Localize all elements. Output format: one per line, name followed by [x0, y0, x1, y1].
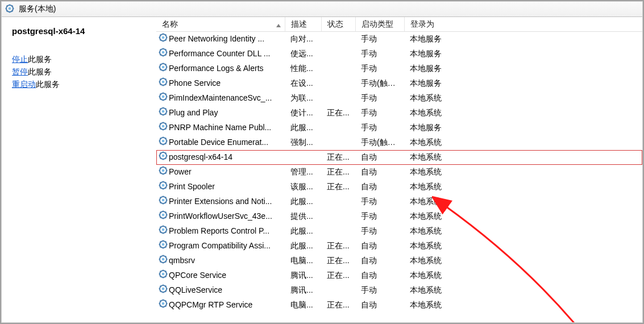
service-row[interactable]: postgresql-x64-14正在...自动本地系统 — [156, 150, 642, 165]
svg-point-131 — [162, 214, 165, 217]
side-action-link[interactable]: 暂停 — [12, 67, 28, 76]
service-state: 正在... — [321, 152, 355, 163]
service-row[interactable]: qmbsrv电脑...正在...自动本地系统 — [156, 254, 642, 268]
svg-point-21 — [162, 51, 165, 54]
service-row[interactable]: Phone Service在设...手动(触发...本地服务 — [156, 76, 642, 91]
service-name: Printer Extensions and Noti... — [169, 196, 272, 207]
service-state: 正在... — [321, 255, 355, 267]
services-window: 服务(本地) postgresql-x64-14 停止此服务暂停此服务重启动此服… — [0, 0, 644, 324]
service-logon: 本地系统 — [404, 107, 472, 119]
service-logon: 本地服务 — [404, 34, 472, 45]
svg-point-141 — [162, 229, 165, 231]
service-name: QPCore Service — [169, 270, 226, 281]
svg-point-61 — [162, 110, 165, 113]
column-desc[interactable]: 描述 — [285, 17, 321, 31]
service-row[interactable]: Program Compatibility Assi...此服...正在...自… — [156, 239, 642, 254]
titlebar-label: 服务(本地) — [19, 3, 56, 15]
service-logon: 本地系统 — [404, 137, 472, 148]
service-row[interactable]: Power管理...正在...自动本地系统 — [156, 165, 642, 180]
side-pane: postgresql-x64-14 停止此服务暂停此服务重启动此服务 — [2, 17, 156, 322]
column-name[interactable]: 名称 — [156, 17, 285, 31]
service-name: PNRP Machine Name Publ... — [169, 122, 271, 134]
service-logon: 本地系统 — [404, 255, 472, 267]
service-desc: 向对... — [285, 34, 321, 45]
gear-icon — [159, 122, 168, 134]
service-name: PimIndexMaintenanceSvc_... — [169, 93, 272, 104]
service-name-cell: Phone Service — [156, 77, 285, 90]
service-row[interactable]: Print Spooler该服...正在...自动本地系统 — [156, 180, 642, 194]
service-row[interactable]: PNRP Machine Name Publ...此服...手动本地服务 — [156, 121, 642, 135]
service-name-cell: Plug and Play — [156, 107, 285, 119]
service-logon: 本地服务 — [404, 78, 472, 89]
service-name: Power — [169, 167, 192, 178]
gear-icon — [159, 92, 168, 105]
service-desc: 使计... — [285, 107, 321, 119]
gear-icon — [159, 240, 168, 252]
svg-point-41 — [162, 81, 165, 84]
service-row[interactable]: QQLiveService腾讯...手动本地系统 — [156, 283, 642, 298]
service-logon: 本地系统 — [404, 152, 472, 163]
side-action-link[interactable]: 重启动 — [12, 80, 36, 89]
column-state[interactable]: 状态 — [321, 17, 355, 31]
service-start: 自动 — [355, 181, 404, 193]
service-state: 正在... — [321, 240, 355, 252]
svg-point-101 — [162, 169, 165, 172]
service-desc: 此服... — [285, 240, 321, 252]
service-name: Peer Networking Identity ... — [169, 34, 264, 45]
service-logon: 本地系统 — [404, 196, 472, 207]
gear-icon — [159, 166, 168, 178]
service-start: 手动(触发... — [355, 137, 404, 148]
side-action-line: 停止此服务 — [12, 53, 146, 65]
side-action-link[interactable]: 停止 — [12, 55, 28, 64]
service-name-cell: Program Compatibility Assi... — [156, 240, 285, 252]
service-desc: 强制... — [285, 137, 321, 148]
service-logon: 本地系统 — [404, 285, 472, 296]
service-name-cell: PrintWorkflowUserSvc_43e... — [156, 210, 285, 223]
svg-point-11 — [162, 36, 165, 39]
service-row[interactable]: Printer Extensions and Noti...此服...手动本地系… — [156, 194, 642, 209]
service-name-cell: PNRP Machine Name Publ... — [156, 122, 285, 134]
service-desc: 电脑... — [285, 255, 321, 267]
gear-icon — [159, 181, 168, 193]
service-name: PrintWorkflowUserSvc_43e... — [169, 211, 272, 222]
svg-point-161 — [162, 258, 165, 261]
service-desc: 腾讯... — [285, 270, 321, 281]
gear-icon — [159, 136, 168, 149]
service-name: qmbsrv — [169, 255, 195, 267]
service-desc: 此服... — [285, 196, 321, 207]
svg-point-1 — [9, 7, 11, 10]
svg-point-191 — [162, 302, 165, 305]
service-logon: 本地系统 — [404, 211, 472, 222]
service-name-cell: Print Spooler — [156, 181, 285, 193]
service-row[interactable]: QQPCMgr RTP Service电脑...正在...自动本地系统 — [156, 298, 642, 313]
service-desc: 提供... — [285, 211, 321, 222]
service-row[interactable]: Peer Networking Identity ...向对...手动本地服务 — [156, 32, 642, 47]
service-name: Performance Logs & Alerts — [169, 63, 264, 74]
service-name: Phone Service — [169, 78, 221, 89]
service-row[interactable]: Performance Counter DLL ...使远...手动本地服务 — [156, 47, 642, 61]
service-row[interactable]: Portable Device Enumerat...强制...手动(触发...… — [156, 135, 642, 150]
service-name-cell: Power — [156, 166, 285, 178]
svg-point-91 — [162, 155, 165, 157]
svg-point-81 — [162, 140, 165, 143]
service-row[interactable]: Problem Reports Control P...此服...手动本地系统 — [156, 224, 642, 239]
service-row[interactable]: QPCore Service腾讯...正在...自动本地系统 — [156, 268, 642, 283]
sort-asc-icon — [276, 20, 281, 26]
service-row[interactable]: PimIndexMaintenanceSvc_...为联...手动本地系统 — [156, 91, 642, 106]
service-desc: 使远... — [285, 48, 321, 60]
column-logon[interactable]: 登录为 — [404, 17, 472, 31]
service-row[interactable]: Plug and Play使计...正在...手动本地系统 — [156, 106, 642, 121]
service-name-cell: Performance Counter DLL ... — [156, 48, 285, 60]
service-start: 手动 — [355, 122, 404, 134]
service-row[interactable]: Performance Logs & Alerts性能...手动本地服务 — [156, 61, 642, 76]
service-state: 正在... — [321, 300, 355, 311]
service-start: 手动 — [355, 211, 404, 222]
gear-icon — [159, 255, 168, 267]
svg-point-181 — [162, 288, 165, 290]
service-row[interactable]: PrintWorkflowUserSvc_43e...提供...手动本地系统 — [156, 209, 642, 224]
gear-icon — [159, 284, 168, 297]
column-start[interactable]: 启动类型 — [355, 17, 404, 31]
service-start: 手动 — [355, 196, 404, 207]
service-name: QQLiveService — [169, 285, 222, 296]
service-desc: 性能... — [285, 63, 321, 74]
